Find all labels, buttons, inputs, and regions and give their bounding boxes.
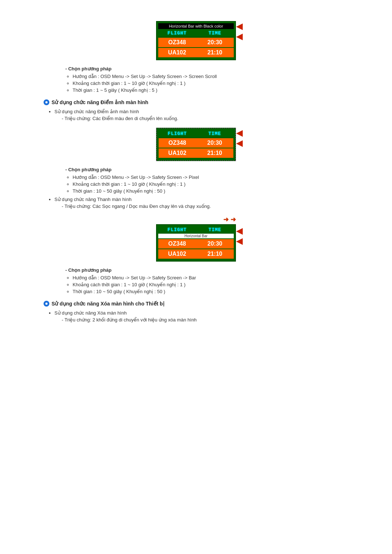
cell-flight-2b: UA102: [159, 148, 196, 158]
board-row-3a: OZ348 20:30: [158, 239, 234, 249]
method-item-1-1: Hướng dẫn : OSD Menu -> Set Up -> Safety…: [73, 74, 348, 79]
board-header-3: FLIGHT TIME: [158, 226, 234, 234]
header-flight-2: FLIGHT: [159, 131, 196, 136]
arrow-right-icon-1: ➜ ➜: [223, 216, 236, 223]
cell-time-3b: 21:10: [196, 249, 234, 259]
method-block-2: - Chọn phương pháp Hướng dẫn : OSD Menu …: [65, 167, 348, 194]
section2-title: Sử dụng chức năng Điểm ảnh màn hình: [52, 99, 148, 105]
board-row-2a: OZ348 20:30: [159, 138, 233, 148]
header-time-3: TIME: [196, 227, 234, 233]
board-row-1b: UA102 21:10: [158, 48, 234, 57]
section3-bullet1: Sử dụng chức năng Xóa màn hình: [54, 310, 348, 316]
board-header-2: FLIGHT TIME: [159, 130, 233, 138]
display-board-3: FLIGHT TIME Horizontal Bar OZ348 20:30 U…: [156, 224, 236, 262]
header-flight-3: FLIGHT: [158, 227, 196, 233]
arrow-icon-1a: ◀: [236, 22, 242, 31]
flight-board-3: ➜ ➜ FLIGHT TIME Horizontal Bar OZ348 20:…: [156, 216, 236, 262]
method-item-2-1: Hướng dẫn : OSD Menu -> Set Up -> Safety…: [73, 175, 348, 180]
section2-bullet1: Sử dụng chức năng Điểm ảnh màn hình: [54, 109, 348, 114]
method-item-1-2: Khoảng cách thời gian : 1 ~ 10 giờ ( Khu…: [73, 81, 348, 86]
section2-bullet2: Sử dụng chức năng Thanh màn hình: [54, 197, 348, 202]
method-title-1: - Chọn phương pháp: [65, 66, 348, 71]
flight-board-2: FLIGHT TIME OZ348 20:30 UA102 21:10 ◀ ◀: [156, 128, 236, 161]
cell-time-1a: 20:30: [196, 38, 234, 47]
method-block-1: - Chọn phương pháp Hướng dẫn : OSD Menu …: [65, 66, 348, 93]
method-title-3: - Chọn phương pháp: [65, 267, 348, 273]
board-row-2b: UA102 21:10: [159, 148, 233, 158]
method-item-3-2: Khoảng cách thời gian : 1 ~ 10 giờ ( Khu…: [73, 282, 348, 287]
arrows-top: ➜ ➜: [156, 216, 236, 223]
board-section1: Horizontal Bar with Black color FLIGHT T…: [44, 21, 348, 60]
board-row-3b: UA102 21:10: [158, 249, 234, 259]
section2-header: Sử dụng chức năng Điểm ảnh màn hình: [44, 99, 348, 105]
section3-sub1: - Triệu chứng: 2 khối đứng di chuyển với…: [62, 317, 348, 323]
board-header-1: FLIGHT TIME: [158, 30, 234, 37]
method-item-2-3: Thời gian : 10 ~ 50 giây ( Khuyến nghị :…: [73, 188, 348, 194]
section2-icon: [44, 99, 49, 105]
cell-flight-1a: OZ348: [158, 38, 196, 47]
cell-flight-3a: OZ348: [158, 239, 196, 249]
header-flight-1: FLIGHT: [158, 30, 196, 36]
cell-time-3a: 20:30: [196, 239, 234, 249]
flight-board-1: Horizontal Bar with Black color FLIGHT T…: [156, 21, 236, 60]
section3-icon: [44, 301, 49, 307]
method-item-3-1: Hướng dẫn : OSD Menu -> Set Up -> Safety…: [73, 275, 348, 280]
cell-time-2a: 20:30: [196, 138, 233, 148]
arrow-icon-3a: ◀: [236, 226, 242, 236]
cell-flight-3b: UA102: [158, 249, 196, 259]
display-board-2: FLIGHT TIME OZ348 20:30 UA102 21:10: [156, 128, 236, 161]
display-board-1: Horizontal Bar with Black color FLIGHT T…: [156, 21, 236, 60]
section2-sub2: - Triệu chứng: Các Sọc ngang / Dọc màu Đ…: [62, 204, 348, 209]
method-item-3-3: Thời gian : 10 ~ 50 giây ( Khuyến nghị :…: [73, 289, 348, 294]
board-section3-display: ➜ ➜ FLIGHT TIME Horizontal Bar OZ348 20:…: [44, 216, 348, 262]
header-time-2: TIME: [196, 131, 233, 136]
section3-title: Sử dụng chức năng Xóa màn hình cho Thiết…: [52, 301, 164, 307]
section3-header: Sử dụng chức năng Xóa màn hình cho Thiết…: [44, 301, 348, 307]
cell-flight-2a: OZ348: [159, 138, 196, 148]
arrow-icon-3b: ◀: [236, 237, 242, 246]
board-label-1: Horizontal Bar with Black color: [158, 23, 234, 29]
cell-time-2b: 21:10: [196, 148, 233, 158]
cell-time-1b: 21:10: [196, 48, 234, 57]
arrow-icon-1b: ◀: [236, 32, 242, 41]
method-block-3: - Chọn phương pháp Hướng dẫn : OSD Menu …: [65, 267, 348, 294]
hbar-label: Horizontal Bar: [158, 234, 234, 238]
method-item-2-2: Khoảng cách thời gian : 1 ~ 10 giờ ( Khu…: [73, 181, 348, 187]
board-section2: FLIGHT TIME OZ348 20:30 UA102 21:10 ◀ ◀: [44, 128, 348, 161]
method-item-1-3: Thời gian : 1 ~ 5 giây ( Khuyến nghị : 5…: [73, 87, 348, 93]
arrow-icon-2a: ◀: [236, 128, 242, 138]
board-row-1a: OZ348 20:30: [158, 38, 234, 47]
cell-flight-1b: UA102: [158, 48, 196, 57]
arrow-icon-2b: ◀: [236, 139, 242, 148]
header-time-1: TIME: [196, 30, 234, 36]
method-title-2: - Chọn phương pháp: [65, 167, 348, 172]
section2-sub1: - Triệu chứng: Các Điểm màu đen di chuyể…: [62, 116, 348, 121]
